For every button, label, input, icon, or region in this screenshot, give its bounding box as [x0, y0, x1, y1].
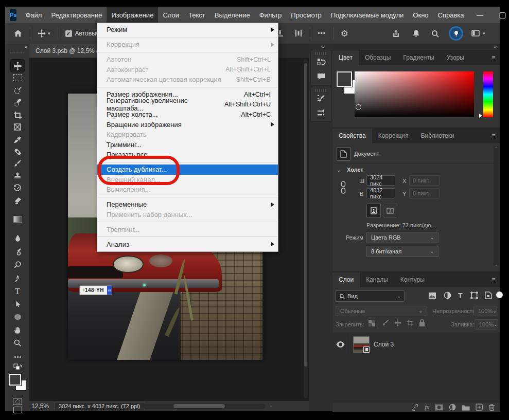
- workspace-switcher-icon[interactable]: ▾: [468, 26, 488, 41]
- foreground-color-swatch[interactable]: [9, 374, 21, 386]
- link-layers-icon[interactable]: [411, 404, 419, 411]
- smudge-tool[interactable]: [11, 246, 24, 258]
- lock-position-icon[interactable]: [394, 319, 401, 326]
- canvas-horizontal-scrollbar[interactable]: [142, 404, 265, 409]
- panel-menu-icon[interactable]: ≡: [486, 50, 500, 65]
- delete-layer-trash-icon[interactable]: [488, 404, 495, 411]
- menu-plugins[interactable]: Подключаемые модули: [326, 7, 409, 23]
- new-layer-icon[interactable]: [476, 404, 483, 411]
- healing-brush-tool[interactable]: [11, 145, 24, 158]
- gear-icon[interactable]: ⚙: [338, 26, 352, 41]
- filter-adjustment-layers-icon[interactable]: [444, 291, 451, 299]
- maximize-button[interactable]: ▢: [492, 7, 509, 23]
- filter-pixel-layers-icon[interactable]: [428, 292, 436, 299]
- frame-tool[interactable]: [11, 121, 24, 133]
- panel-menu-icon[interactable]: ≡: [486, 129, 500, 143]
- hue-slider-marker[interactable]: [479, 114, 482, 118]
- collapse-panels-chevrons[interactable]: »: [494, 44, 496, 49]
- distribute-button[interactable]: [291, 26, 306, 41]
- menu-select[interactable]: Выделение: [210, 7, 255, 23]
- brushes-panel-icon[interactable]: [317, 108, 326, 117]
- blur-tool[interactable]: [11, 232, 24, 244]
- layer-row[interactable]: Слой 3: [332, 334, 500, 355]
- menu-edit[interactable]: Редактирование: [46, 7, 107, 23]
- menu-window[interactable]: Окно: [408, 7, 433, 23]
- menu-layers[interactable]: Слои: [158, 7, 184, 23]
- layer-effects-fx-icon[interactable]: fx: [425, 404, 429, 411]
- menu-item-analysis[interactable]: Анализ: [97, 240, 278, 250]
- layer-name[interactable]: Слой 3: [374, 341, 394, 348]
- menu-item-generative-upscale[interactable]: Генеративное увеличение масштаба...Alt+S…: [97, 100, 278, 110]
- portrait-orientation-button[interactable]: [366, 204, 381, 218]
- swap-colors-icon[interactable]: [11, 362, 24, 372]
- minimize-button[interactable]: —: [469, 7, 492, 23]
- menu-item-image-rotation[interactable]: Вращение изображения: [97, 120, 278, 130]
- menu-item-canvas-size[interactable]: Размер холста...Alt+Ctrl+C: [97, 109, 278, 120]
- link-dimensions-icon[interactable]: [340, 179, 347, 196]
- tab-adjustments[interactable]: Коррекция: [372, 129, 415, 143]
- canvas-vertical-scrollbar[interactable]: [304, 59, 308, 398]
- search-icon[interactable]: [428, 26, 443, 41]
- tab-properties[interactable]: Свойства: [332, 129, 372, 143]
- tab-layers[interactable]: Слои: [332, 272, 360, 287]
- path-selection-tool[interactable]: [11, 298, 24, 310]
- collapse-toolbar-chevrons[interactable]: »: [24, 44, 27, 50]
- color-mode-dropdown[interactable]: Цвета RGB⌄: [366, 232, 438, 243]
- expand-dock-chevrons[interactable]: «: [321, 44, 324, 49]
- zoom-tool[interactable]: [11, 337, 24, 349]
- shape-tool[interactable]: [11, 311, 24, 323]
- new-group-folder-icon[interactable]: [462, 404, 470, 411]
- history-panel-icon[interactable]: [317, 58, 326, 67]
- comments-panel-icon[interactable]: [317, 72, 326, 81]
- tab-paths[interactable]: Контуры: [394, 272, 431, 287]
- pen-tool[interactable]: [11, 272, 24, 284]
- menu-item-reveal-all[interactable]: Показать все: [97, 150, 278, 160]
- crop-tool[interactable]: [11, 109, 24, 121]
- filter-shape-layers-icon[interactable]: [470, 291, 478, 299]
- lock-transparency-icon[interactable]: [368, 320, 375, 326]
- tab-patterns[interactable]: Узоры: [441, 50, 470, 65]
- layer-thumbnail[interactable]: [353, 336, 370, 353]
- canvas-section-chevron[interactable]: ⌄: [337, 167, 341, 173]
- quick-selection-tool[interactable]: [11, 96, 24, 108]
- add-layer-mask-icon[interactable]: [435, 404, 443, 411]
- foreground-background-colors[interactable]: [9, 374, 26, 390]
- filter-smart-objects-icon[interactable]: [485, 291, 492, 299]
- menu-item-duplicate[interactable]: Создать дубликат...: [97, 165, 278, 175]
- eyedropper-tool[interactable]: [11, 134, 24, 146]
- menu-file[interactable]: Файл: [21, 7, 46, 23]
- brush-settings-panel-icon[interactable]: [317, 94, 326, 103]
- color-cursor[interactable]: [356, 104, 361, 110]
- move-tool[interactable]: [11, 60, 24, 72]
- new-adjustment-layer-icon[interactable]: [449, 404, 456, 411]
- saturation-brightness-field[interactable]: [355, 71, 474, 117]
- menu-help[interactable]: Справка: [433, 7, 469, 23]
- menu-item-mode[interactable]: Режим: [97, 25, 278, 35]
- scroll-right-chevron[interactable]: ›: [270, 404, 272, 409]
- bit-depth-dropdown[interactable]: 8 бит/канал⌄: [366, 246, 438, 257]
- menu-view[interactable]: Просмотр: [286, 7, 326, 23]
- properties-scrollbar[interactable]: ^⌄: [494, 145, 499, 267]
- discover-lightbulb-icon[interactable]: [446, 26, 466, 41]
- dodge-tool[interactable]: [11, 259, 24, 271]
- share-button[interactable]: [389, 26, 403, 41]
- lock-pixels-icon[interactable]: [382, 319, 389, 326]
- color-foreground-swatch[interactable]: [337, 71, 352, 87]
- notifications-bell-icon[interactable]: [409, 26, 424, 41]
- tab-libraries[interactable]: Библиотеки: [415, 129, 461, 143]
- tab-channels[interactable]: Каналы: [360, 272, 394, 287]
- more-options-button[interactable]: •••: [314, 26, 329, 41]
- menu-type[interactable]: Текст: [184, 7, 210, 23]
- filter-type-layers-icon[interactable]: T: [458, 291, 463, 300]
- screen-mode-button[interactable]: [11, 404, 24, 416]
- gradient-tool[interactable]: [11, 213, 24, 225]
- lock-all-icon[interactable]: [419, 319, 425, 326]
- marquee-tool[interactable]: [11, 71, 24, 84]
- landscape-orientation-button[interactable]: [383, 204, 397, 218]
- history-brush-tool[interactable]: [11, 182, 24, 194]
- height-input[interactable]: 4032 пикс: [366, 188, 395, 198]
- object-selection-tool[interactable]: [11, 84, 24, 96]
- zoom-level-field[interactable]: 12,5%: [31, 403, 49, 410]
- tab-swatches[interactable]: Образцы: [359, 50, 397, 65]
- tab-gradients[interactable]: Градиенты: [397, 50, 440, 65]
